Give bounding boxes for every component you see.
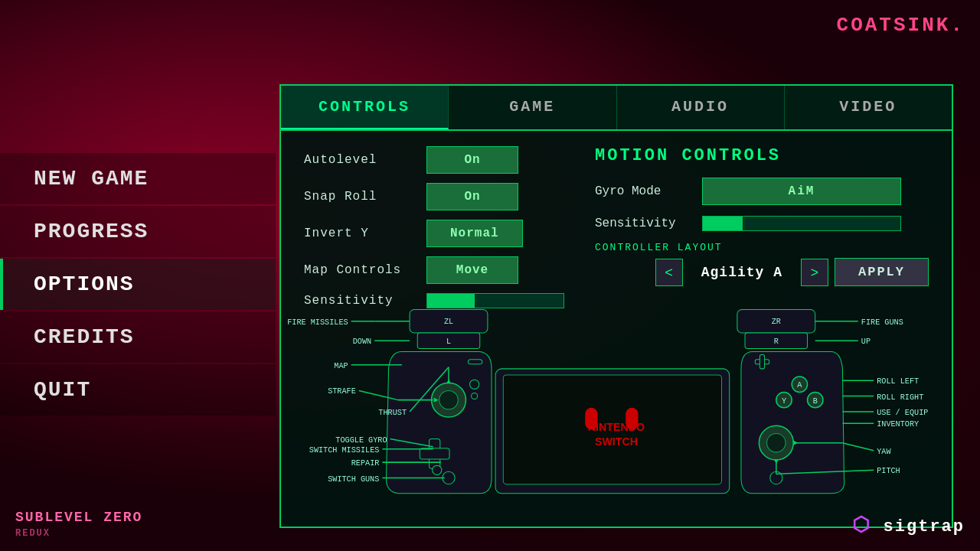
gyro-mode-row: Gyro Mode AiM [595, 178, 929, 205]
tab-game[interactable]: GAME [449, 86, 616, 129]
svg-text:TOGGLE GYRO: TOGGLE GYRO [335, 436, 387, 445]
controls-content: Autolevel On Snap Roll On Invert Y Norma… [281, 131, 952, 333]
svg-text:DOWN: DOWN [353, 337, 371, 346]
svg-text:A: A [797, 381, 802, 390]
svg-text:SWITCH MISSILES: SWITCH MISSILES [309, 446, 380, 455]
sidebar-item-options[interactable]: OPTIONS [0, 259, 276, 310]
svg-line-70 [842, 443, 874, 451]
next-layout-button[interactable]: > [801, 259, 828, 286]
map-controls-label: Map Controls [304, 263, 419, 277]
svg-rect-7 [420, 448, 449, 459]
svg-text:ZL: ZL [444, 318, 453, 326]
svg-text:INVENTORY: INVENTORY [877, 420, 919, 429]
svg-text:STRAFE: STRAFE [328, 387, 356, 396]
svg-rect-26 [760, 355, 764, 369]
autolevel-row: Autolevel On [304, 146, 564, 174]
svg-text:PITCH: PITCH [877, 467, 900, 475]
motion-sensitivity-fill [703, 217, 743, 230]
controller-diagram: .cl { stroke: #00cc60; stroke-width: 1.5… [281, 305, 952, 527]
controls-left-col: Autolevel On Snap Roll On Invert Y Norma… [304, 146, 564, 318]
svg-text:SWITCH GUNS: SWITCH GUNS [328, 475, 379, 484]
sidebar-item-quit[interactable]: QUIT [0, 364, 276, 416]
sigtrap-icon: ⬡ [852, 514, 871, 537]
motion-sensitivity-slider[interactable] [702, 216, 901, 231]
center-console: NINTENDO SWITCH [495, 369, 730, 494]
svg-text:FIRE MISSILES: FIRE MISSILES [287, 318, 348, 327]
svg-point-12 [433, 465, 442, 474]
invert-y-label: Invert Y [304, 227, 419, 240]
coatsink-logo: COATSINK. [837, 14, 965, 37]
autolevel-label: Autolevel [304, 153, 419, 167]
svg-text:REPAIR: REPAIR [351, 459, 380, 468]
settings-panel: CONTROLS GAME AUDIO VIDEO Autolevel On S… [279, 84, 953, 528]
invert-y-button[interactable]: Normal [426, 220, 523, 247]
svg-rect-10 [468, 360, 482, 364]
svg-text:FIRE GUNS: FIRE GUNS [861, 318, 903, 327]
controller-svg: .cl { stroke: #00cc60; stroke-width: 1.5… [281, 305, 952, 527]
tab-controls[interactable]: CONTROLS [281, 86, 449, 129]
autolevel-button[interactable]: On [426, 146, 518, 174]
sidebar-item-progress[interactable]: PROGRESS [0, 206, 276, 257]
right-joycon: ZR R A Y B [737, 309, 844, 493]
svg-text:THRUST: THRUST [378, 409, 407, 417]
svg-text:SWITCH: SWITCH [595, 435, 638, 448]
snap-roll-label: Snap Roll [304, 190, 419, 204]
svg-text:B: B [813, 397, 818, 406]
game-subtitle: REDUX [15, 527, 142, 540]
controller-layout-nav-row: < Agility A > APPLY [595, 258, 929, 286]
game-logo: SUBLEVEL ZERO REDUX [15, 508, 142, 540]
coatsink-dot: . [950, 14, 965, 37]
snap-roll-button[interactable]: On [426, 183, 518, 210]
game-title: SUBLEVEL ZERO [15, 508, 142, 527]
map-controls-button[interactable]: Move [426, 256, 518, 284]
invert-y-row: Invert Y Normal [304, 220, 564, 247]
svg-text:L: L [446, 337, 451, 346]
map-controls-row: Map Controls Move [304, 256, 564, 284]
svg-point-24 [767, 433, 786, 452]
controller-layout-title: CONTROLLER LAYOUT [595, 242, 723, 253]
sidebar-item-new-game[interactable]: NEW GAME [0, 153, 276, 204]
svg-text:YAW: YAW [877, 448, 891, 456]
svg-rect-32 [585, 408, 597, 430]
left-nav: NEW GAME PROGRESS OPTIONS CREDITS QUIT [0, 153, 276, 417]
svg-text:ROLL RIGHT: ROLL RIGHT [877, 393, 923, 402]
svg-text:Y: Y [782, 397, 786, 406]
svg-point-5 [439, 390, 458, 409]
motion-sensitivity-row: Sensitivity [595, 216, 929, 231]
svg-text:UP: UP [861, 337, 871, 346]
sigtrap-text: sigtrap [884, 517, 965, 536]
svg-point-9 [472, 393, 478, 399]
coatsink-text: COATSINK [837, 14, 951, 37]
prev-layout-button[interactable]: < [655, 259, 683, 286]
tab-video[interactable]: VIDEO [785, 86, 952, 129]
left-joycon: ZL L [386, 309, 492, 493]
svg-text:ROLL LEFT: ROLL LEFT [877, 377, 919, 386]
svg-text:R: R [774, 337, 779, 346]
svg-point-8 [470, 380, 479, 389]
motion-sensitivity-label: Sensitivity [595, 217, 694, 230]
svg-rect-33 [626, 408, 638, 430]
controller-layout-row: CONTROLLER LAYOUT [595, 242, 929, 253]
tab-audio[interactable]: AUDIO [617, 86, 785, 129]
snap-roll-row: Snap Roll On [304, 183, 564, 210]
gyro-mode-button[interactable]: AiM [702, 178, 901, 205]
apply-button[interactable]: APPLY [835, 258, 929, 286]
settings-tabs: CONTROLS GAME AUDIO VIDEO [281, 86, 952, 131]
gyro-mode-label: Gyro Mode [595, 184, 694, 198]
motion-controls-title: MOTION CONTROLS [595, 146, 929, 165]
sidebar-item-credits[interactable]: CREDITS [0, 311, 276, 363]
svg-text:USE / EQUIP: USE / EQUIP [877, 409, 928, 417]
motion-controls-col: MOTION CONTROLS Gyro Mode AiM Sensitivit… [595, 146, 929, 318]
svg-text:ZR: ZR [772, 318, 781, 326]
svg-text:MAP: MAP [334, 362, 348, 370]
sigtrap-logo: ⬡ sigtrap [852, 513, 965, 537]
layout-name-label: Agility A [689, 265, 795, 280]
